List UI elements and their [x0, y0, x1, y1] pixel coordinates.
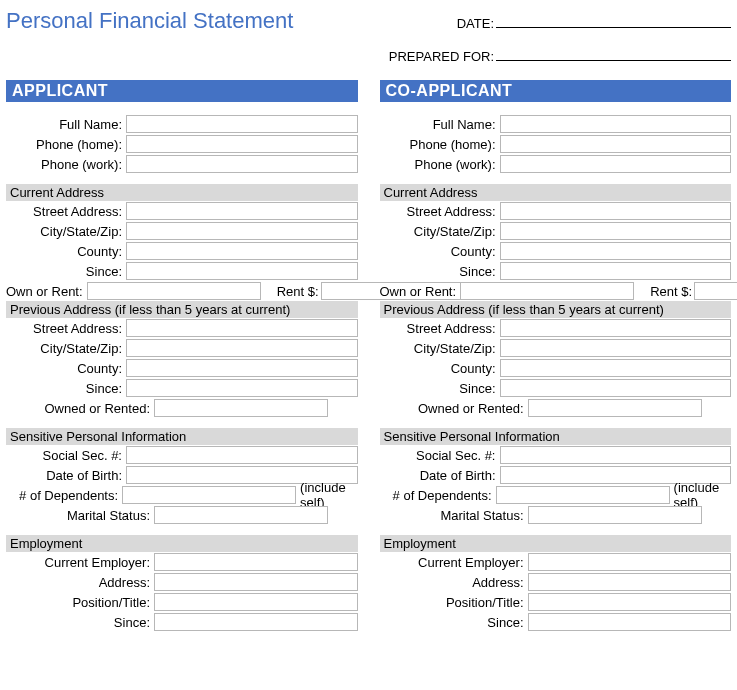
phone-work-input[interactable] [126, 155, 358, 173]
employment-header: Employment [6, 535, 358, 552]
co-prev-county-input[interactable] [500, 359, 732, 377]
emp-since-input[interactable] [154, 613, 358, 631]
prepared-for-field[interactable] [496, 48, 731, 61]
prev-county-input[interactable] [126, 359, 358, 377]
employer-label: Current Employer: [6, 555, 154, 570]
co-phone-work-label: Phone (work): [380, 157, 500, 172]
co-csz-input[interactable] [500, 222, 732, 240]
rent-amount-label: Rent $: [261, 284, 321, 299]
ssn-input[interactable] [126, 446, 358, 464]
co-owned-rented-input[interactable] [528, 399, 702, 417]
dependents-input[interactable] [122, 486, 296, 504]
prev-since-input[interactable] [126, 379, 358, 397]
applicant-header: APPLICANT [6, 80, 358, 102]
prev-county-label: County: [6, 361, 126, 376]
dob-label: Date of Birth: [6, 468, 126, 483]
coapplicant-header: CO-APPLICANT [380, 80, 732, 102]
co-dependents-label: # of Dependents: [380, 488, 496, 503]
since-label: Since: [6, 264, 126, 279]
co-own-rent-label: Own or Rent: [380, 284, 461, 299]
co-street-input[interactable] [500, 202, 732, 220]
co-owned-rented-label: Owned or Rented: [380, 401, 528, 416]
co-emp-since-label: Since: [380, 615, 528, 630]
co-sensitive-info-header: Sensitive Personal Information [380, 428, 732, 445]
co-prev-street-label: Street Address: [380, 321, 500, 336]
position-input[interactable] [154, 593, 358, 611]
own-rent-label: Own or Rent: [6, 284, 87, 299]
co-street-label: Street Address: [380, 204, 500, 219]
prev-csz-label: City/State/Zip: [6, 341, 126, 356]
co-full-name-label: Full Name: [380, 117, 500, 132]
emp-address-label: Address: [6, 575, 154, 590]
co-prev-since-input[interactable] [500, 379, 732, 397]
ssn-label: Social Sec. #: [6, 448, 126, 463]
co-county-input[interactable] [500, 242, 732, 260]
co-ssn-input[interactable] [500, 446, 732, 464]
co-ssn-label: Social Sec. #: [380, 448, 500, 463]
co-csz-label: City/State/Zip: [380, 224, 500, 239]
full-name-input[interactable] [126, 115, 358, 133]
co-since-input[interactable] [500, 262, 732, 280]
phone-work-label: Phone (work): [6, 157, 126, 172]
since-input[interactable] [126, 262, 358, 280]
co-employment-header: Employment [380, 535, 732, 552]
csz-label: City/State/Zip: [6, 224, 126, 239]
co-emp-since-input[interactable] [528, 613, 732, 631]
prev-since-label: Since: [6, 381, 126, 396]
co-prev-street-input[interactable] [500, 319, 732, 337]
prepared-for-label: PREPARED FOR: [366, 49, 496, 64]
co-employer-label: Current Employer: [380, 555, 528, 570]
county-label: County: [6, 244, 126, 259]
previous-address-header: Previous Address (if less than 5 years a… [6, 301, 358, 318]
co-marital-input[interactable] [528, 506, 702, 524]
co-marital-label: Marital Status: [380, 508, 528, 523]
co-employer-input[interactable] [528, 553, 732, 571]
street-label: Street Address: [6, 204, 126, 219]
co-full-name-input[interactable] [500, 115, 732, 133]
prev-street-input[interactable] [126, 319, 358, 337]
current-address-header: Current Address [6, 184, 358, 201]
co-phone-home-label: Phone (home): [380, 137, 500, 152]
co-rent-amount-label: Rent $: [634, 284, 694, 299]
co-emp-address-label: Address: [380, 575, 528, 590]
street-input[interactable] [126, 202, 358, 220]
county-input[interactable] [126, 242, 358, 260]
emp-since-label: Since: [6, 615, 154, 630]
co-emp-address-input[interactable] [528, 573, 732, 591]
sensitive-info-header: Sensitive Personal Information [6, 428, 358, 445]
co-dob-label: Date of Birth: [380, 468, 500, 483]
own-rent-input[interactable] [87, 282, 261, 300]
full-name-label: Full Name: [6, 117, 126, 132]
owned-rented-input[interactable] [154, 399, 328, 417]
emp-address-input[interactable] [154, 573, 358, 591]
position-label: Position/Title: [6, 595, 154, 610]
prev-csz-input[interactable] [126, 339, 358, 357]
applicant-column: APPLICANT Full Name: Phone (home): Phone… [6, 80, 358, 632]
co-prev-csz-input[interactable] [500, 339, 732, 357]
employer-input[interactable] [154, 553, 358, 571]
marital-input[interactable] [154, 506, 328, 524]
page-title: Personal Financial Statement [6, 8, 366, 34]
co-county-label: County: [380, 244, 500, 259]
co-position-label: Position/Title: [380, 595, 528, 610]
co-rent-amount-input[interactable] [694, 282, 737, 300]
co-own-rent-input[interactable] [460, 282, 634, 300]
co-previous-address-header: Previous Address (if less than 5 years a… [380, 301, 732, 318]
phone-home-label: Phone (home): [6, 137, 126, 152]
co-since-label: Since: [380, 264, 500, 279]
co-phone-home-input[interactable] [500, 135, 732, 153]
co-prev-csz-label: City/State/Zip: [380, 341, 500, 356]
owned-rented-label: Owned or Rented: [6, 401, 154, 416]
co-position-input[interactable] [528, 593, 732, 611]
dependents-label: # of Dependents: [6, 488, 122, 503]
csz-input[interactable] [126, 222, 358, 240]
co-phone-work-input[interactable] [500, 155, 732, 173]
date-label: DATE: [366, 16, 496, 31]
phone-home-input[interactable] [126, 135, 358, 153]
date-field[interactable] [496, 15, 731, 28]
coapplicant-column: CO-APPLICANT Full Name: Phone (home): Ph… [380, 80, 732, 632]
marital-label: Marital Status: [6, 508, 154, 523]
prev-street-label: Street Address: [6, 321, 126, 336]
co-current-address-header: Current Address [380, 184, 732, 201]
co-dependents-input[interactable] [496, 486, 670, 504]
